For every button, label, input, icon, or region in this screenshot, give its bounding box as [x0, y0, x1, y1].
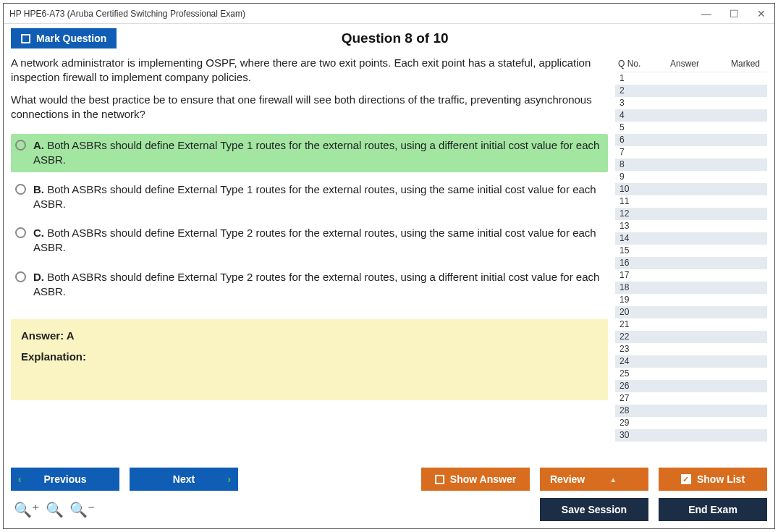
zoom-controls: 🔍⁺ 🔍 🔍⁻ [11, 501, 96, 518]
question-row[interactable]: 11 [615, 195, 767, 208]
question-row[interactable]: 2 [615, 85, 767, 97]
show-answer-button[interactable]: Show Answer [421, 468, 530, 491]
option-text: B. Both ASBRs should define External Typ… [33, 182, 601, 212]
option-text: D. Both ASBRs should define External Typ… [33, 270, 601, 300]
window-controls: — ☐ ✕ [699, 8, 769, 20]
question-row[interactable]: 5 [615, 122, 767, 134]
question-row[interactable]: 22 [615, 331, 767, 343]
question-row[interactable]: 6 [615, 134, 767, 146]
review-button[interactable]: Review ▲ [540, 468, 648, 491]
question-counter: Question 8 of 10 [117, 30, 767, 46]
option-text: C. Both ASBRs should define External Typ… [33, 226, 601, 256]
previous-label: Previous [43, 473, 86, 485]
window-title: HP HPE6-A73 (Aruba Certified Switching P… [9, 9, 699, 19]
end-exam-button[interactable]: End Exam [659, 498, 767, 521]
question-row[interactable]: 19 [615, 294, 767, 306]
exam-window: HP HPE6-A73 (Aruba Certified Switching P… [3, 3, 775, 529]
checkbox-icon [21, 34, 30, 43]
next-button[interactable]: Next › [130, 468, 238, 491]
question-row[interactable]: 17 [615, 269, 767, 282]
option-b[interactable]: B. Both ASBRs should define External Typ… [11, 178, 608, 216]
question-row[interactable]: 29 [615, 417, 767, 429]
col-qno: Q No. [618, 59, 648, 69]
question-pane: A network administrator is implementing … [11, 56, 608, 460]
question-row[interactable]: 1 [615, 72, 767, 85]
radio-icon[interactable] [15, 140, 26, 151]
question-row[interactable]: 3 [615, 97, 767, 109]
question-text: A network administrator is implementing … [11, 56, 608, 130]
explanation-label: Explanation: [21, 350, 598, 363]
radio-icon[interactable] [15, 227, 26, 238]
answer-box: Answer: A Explanation: [11, 319, 608, 400]
footer-row-2: 🔍⁺ 🔍 🔍⁻ Save Session End Exam [11, 498, 767, 521]
question-list-header: Q No. Answer Marked [615, 56, 767, 72]
question-row[interactable]: 28 [615, 405, 767, 417]
titlebar: HP HPE6-A73 (Aruba Certified Switching P… [4, 4, 774, 24]
question-row[interactable]: 18 [615, 282, 767, 294]
option-text: A. Both ASBRs should define External Typ… [33, 138, 601, 168]
question-row[interactable]: 7 [615, 146, 767, 159]
chevron-left-icon: ‹ [18, 473, 22, 485]
question-paragraph: A network administrator is implementing … [11, 56, 608, 84]
col-marked: Marked [721, 59, 764, 69]
chevron-right-icon: › [227, 473, 231, 485]
radio-icon[interactable] [15, 271, 26, 282]
next-label: Next [173, 473, 195, 485]
question-list-panel: Q No. Answer Marked 12345678910111213141… [615, 56, 767, 460]
question-row[interactable]: 20 [615, 306, 767, 318]
option-d[interactable]: D. Both ASBRs should define External Typ… [11, 266, 608, 304]
content-area: A network administrator is implementing … [4, 56, 774, 460]
show-list-label: Show List [697, 473, 745, 485]
option-c[interactable]: C. Both ASBRs should define External Typ… [11, 221, 608, 260]
answer-label: Answer: A [21, 329, 598, 342]
question-list[interactable]: 1234567891011121314151617181920212223242… [615, 72, 767, 460]
mark-question-label: Mark Question [36, 33, 106, 44]
end-exam-label: End Exam [688, 504, 737, 515]
question-row[interactable]: 23 [615, 343, 767, 355]
header-row: Mark Question Question 8 of 10 [4, 24, 774, 56]
question-paragraph: What would the best practice be to ensur… [11, 93, 608, 121]
question-row[interactable]: 30 [615, 429, 767, 442]
col-answer: Answer [648, 59, 721, 69]
option-a[interactable]: A. Both ASBRs should define External Typ… [11, 134, 608, 172]
question-row[interactable]: 27 [615, 392, 767, 405]
question-row[interactable]: 14 [615, 232, 767, 245]
maximize-icon[interactable]: ☐ [727, 8, 741, 20]
question-row[interactable]: 4 [615, 109, 767, 122]
save-session-label: Save Session [562, 504, 627, 515]
options-list: A. Both ASBRs should define External Typ… [11, 134, 608, 309]
mark-question-button[interactable]: Mark Question [11, 28, 117, 48]
question-row[interactable]: 16 [615, 257, 767, 269]
previous-button[interactable]: ‹ Previous [11, 468, 119, 491]
question-row[interactable]: 25 [615, 368, 767, 380]
footer: ‹ Previous Next › Show Answer Review ▲ ✓… [4, 460, 774, 528]
review-label: Review [550, 473, 585, 485]
question-row[interactable]: 8 [615, 159, 767, 171]
checked-icon: ✓ [681, 474, 691, 484]
question-row[interactable]: 21 [615, 318, 767, 331]
question-row[interactable]: 9 [615, 171, 767, 183]
zoom-reset-icon[interactable]: 🔍 [46, 501, 64, 518]
question-row[interactable]: 15 [615, 245, 767, 257]
show-answer-label: Show Answer [450, 473, 516, 485]
question-row[interactable]: 24 [615, 355, 767, 368]
close-icon[interactable]: ✕ [754, 8, 769, 20]
minimize-icon[interactable]: — [699, 8, 714, 20]
zoom-out-icon[interactable]: 🔍⁻ [69, 501, 96, 518]
zoom-in-icon[interactable]: 🔍⁺ [14, 501, 40, 518]
checkbox-icon [435, 475, 444, 484]
radio-icon[interactable] [15, 184, 26, 195]
question-row[interactable]: 26 [615, 380, 767, 392]
question-row[interactable]: 13 [615, 220, 767, 232]
footer-row-1: ‹ Previous Next › Show Answer Review ▲ ✓… [11, 468, 767, 491]
question-row[interactable]: 10 [615, 183, 767, 195]
show-list-button[interactable]: ✓ Show List [659, 468, 767, 491]
dropdown-arrow-icon: ▲ [609, 476, 617, 484]
save-session-button[interactable]: Save Session [540, 498, 648, 521]
question-row[interactable]: 12 [615, 208, 767, 220]
